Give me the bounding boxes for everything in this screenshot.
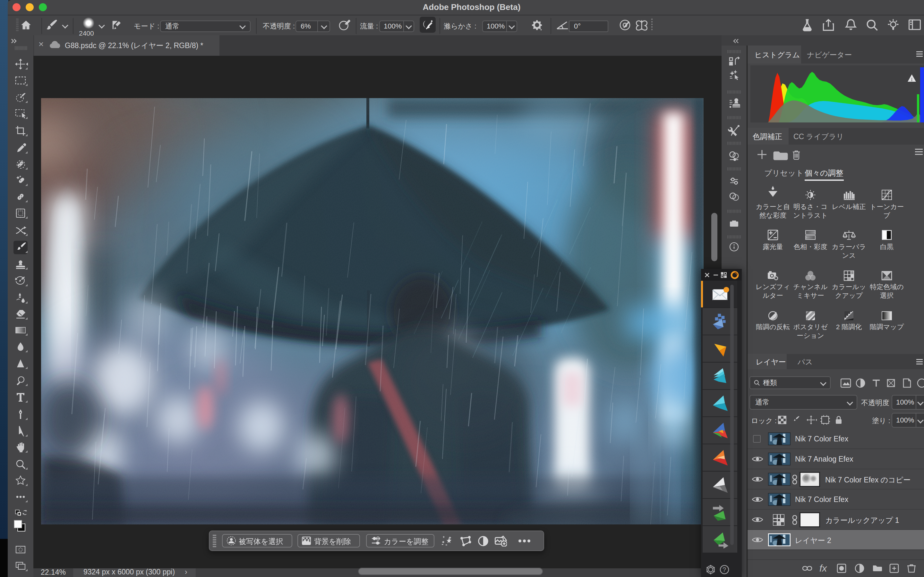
svg-text:fx: fx <box>819 563 827 574</box>
svg-text:?: ? <box>722 566 726 573</box>
